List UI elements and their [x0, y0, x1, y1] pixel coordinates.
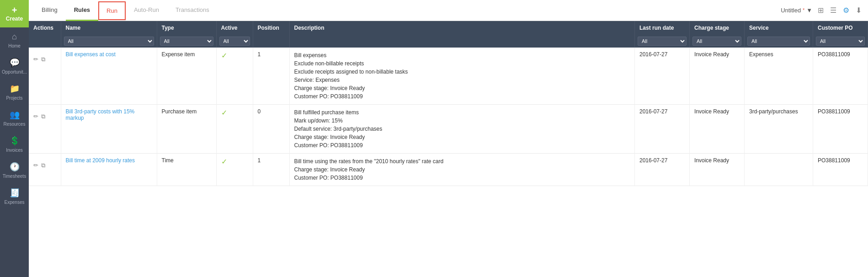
create-label: Create: [6, 16, 23, 22]
rules-table: Actions Name Type Active Position Descri…: [29, 21, 868, 186]
sidebar-item-label: Invoices: [6, 148, 23, 153]
active-cell: ✓: [216, 48, 253, 105]
col-header-type: Type: [157, 21, 216, 35]
filter-icon[interactable]: ⚙: [841, 5, 851, 16]
chargestage-filter-select[interactable]: All: [692, 37, 741, 46]
sidebar-item-label: Home: [8, 43, 21, 48]
service-cell: 3rd-party/purchases: [745, 105, 813, 154]
expenses-icon: 🧾: [10, 188, 20, 198]
unsaved-indicator: *: [803, 8, 804, 13]
opportunities-icon: 💬: [10, 58, 20, 68]
download-icon[interactable]: ⬇: [854, 5, 863, 16]
main-content: Billing Rules Run Auto-Run Transactions …: [29, 0, 868, 277]
sidebar-item-timesheets[interactable]: 🕐 Timesheets: [0, 157, 29, 183]
rules-table-container: Actions Name Type Active Position Descri…: [29, 21, 868, 277]
lastrun-cell: 2016-07-27: [635, 154, 690, 186]
position-cell: 1: [253, 48, 289, 105]
sidebar-item-home[interactable]: ⌂ Home: [0, 27, 29, 53]
filter-active[interactable]: All: [216, 35, 253, 48]
home-icon: ⌂: [12, 32, 17, 42]
description-cell: Bill fulfilled purchase itemsMark up/dow…: [289, 105, 635, 154]
active-checkmark: ✓: [221, 52, 227, 59]
tab-bar: Billing Rules Run Auto-Run Transactions …: [29, 0, 868, 21]
sidebar-item-label: Timesheets: [3, 174, 26, 179]
sidebar-item-projects[interactable]: 📁 Projects: [0, 79, 29, 105]
tab-run[interactable]: Run: [98, 1, 126, 20]
copy-icon[interactable]: ⧉: [41, 56, 45, 63]
active-cell: ✓: [216, 105, 253, 154]
name-cell[interactable]: Bill 3rd-party costs with 15% markup: [61, 105, 157, 154]
lastrun-filter-select[interactable]: All: [638, 37, 687, 46]
col-header-description: Description: [289, 21, 635, 35]
customerpo-filter-select[interactable]: All: [816, 37, 865, 46]
col-header-position: Position: [253, 21, 289, 35]
description-line: Mark up/down: 15%: [294, 117, 630, 125]
copy-icon[interactable]: ⧉: [41, 113, 45, 120]
tab-transactions: Transactions: [167, 0, 218, 21]
sidebar-item-invoices[interactable]: 💲 Invoices: [0, 131, 29, 157]
type-filter-select[interactable]: All: [160, 37, 213, 46]
description-line: Charge stage: Invoice Ready: [294, 165, 630, 174]
copy-icon[interactable]: ⧉: [41, 162, 45, 169]
sidebar-item-label: Opportunit...: [2, 69, 27, 75]
timesheets-icon: 🕐: [10, 162, 20, 172]
filter-service[interactable]: All: [745, 35, 813, 48]
col-header-chargestage: Charge stage: [690, 21, 745, 35]
table-row: ✏ ⧉ Bill time at 2009 hourly ratesTime✓1…: [29, 154, 868, 186]
edit-icon[interactable]: ✏: [33, 162, 38, 169]
edit-icon[interactable]: ✏: [33, 56, 38, 63]
position-cell: 0: [253, 105, 289, 154]
filter-name[interactable]: All: [61, 35, 157, 48]
table-row: ✏ ⧉ Bill 3rd-party costs with 15% markup…: [29, 105, 868, 154]
table-row: ✏ ⧉ Bill expenses at costExpense item✓1B…: [29, 48, 868, 105]
tab-billing[interactable]: Billing: [33, 0, 66, 21]
col-header-service: Service: [745, 21, 813, 35]
active-checkmark: ✓: [221, 158, 227, 165]
name-filter-select[interactable]: All: [64, 37, 154, 46]
edit-icon[interactable]: ✏: [33, 113, 38, 120]
active-filter-select[interactable]: All: [219, 37, 250, 46]
description-line: Exclude non-billable receipts: [294, 59, 630, 68]
filter-chargestage[interactable]: All: [690, 35, 745, 48]
name-cell[interactable]: Bill time at 2009 hourly rates: [61, 154, 157, 186]
sidebar-item-resources[interactable]: 👥 Resources: [0, 105, 29, 131]
actions-cell: ✏ ⧉: [29, 154, 61, 186]
grid-view-icon[interactable]: ⊞: [816, 5, 825, 16]
description-line: Service: Expenses: [294, 76, 630, 84]
type-cell: Purchase item: [157, 105, 216, 154]
customerpo-cell: PO38811009: [813, 105, 868, 154]
type-cell: Expense item: [157, 48, 216, 105]
filter-position: [253, 35, 289, 48]
chargestage-cell: Invoice Ready: [690, 48, 745, 105]
col-header-name: Name: [61, 21, 157, 35]
create-button[interactable]: + Create: [0, 0, 29, 27]
position-cell: 1: [253, 154, 289, 186]
name-cell[interactable]: Bill expenses at cost: [61, 48, 157, 105]
rule-name-link[interactable]: Bill expenses at cost: [66, 51, 116, 58]
filter-customerpo[interactable]: All: [813, 35, 868, 48]
table-header-row: Actions Name Type Active Position Descri…: [29, 21, 868, 35]
sidebar-item-label: Expenses: [5, 200, 25, 205]
description-line: Bill fulfilled purchase items: [294, 108, 630, 117]
sidebar-item-expenses[interactable]: 🧾 Expenses: [0, 183, 29, 209]
filter-type[interactable]: All: [157, 35, 216, 48]
service-filter-select[interactable]: All: [747, 37, 810, 46]
filter-lastrun[interactable]: All: [635, 35, 690, 48]
description-line: Exclude receipts assigned to non-billabl…: [294, 68, 630, 76]
customerpo-cell: PO38811009: [813, 154, 868, 186]
list-view-icon[interactable]: ☰: [828, 5, 838, 16]
invoices-icon: 💲: [10, 136, 20, 146]
actions-cell: ✏ ⧉: [29, 105, 61, 154]
untitled-dropdown[interactable]: Untitled * ▼: [781, 7, 812, 14]
rule-name-link[interactable]: Bill time at 2009 hourly rates: [66, 157, 135, 164]
dropdown-arrow-icon: ▼: [806, 7, 812, 14]
description-line: Charge stage: Invoice Ready: [294, 133, 630, 141]
col-header-lastrun: Last run date: [635, 21, 690, 35]
description-line: Charge stage: Invoice Ready: [294, 84, 630, 92]
untitled-label: Untitled: [781, 7, 801, 14]
sidebar-item-opportunities[interactable]: 💬 Opportunit...: [0, 53, 29, 79]
plus-icon: +: [12, 5, 17, 15]
rule-name-link[interactable]: Bill 3rd-party costs with 15% markup: [66, 108, 135, 121]
col-header-active: Active: [216, 21, 253, 35]
tab-rules[interactable]: Rules: [66, 0, 98, 21]
